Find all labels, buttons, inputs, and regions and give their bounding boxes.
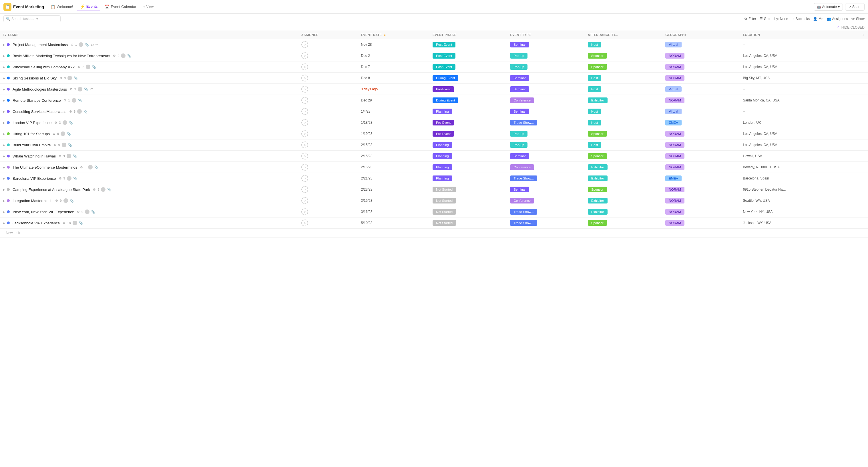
- task-name-text[interactable]: Consulting Services Masterclass: [12, 110, 66, 114]
- row-expand-icon[interactable]: ▶: [3, 99, 5, 102]
- phase-cell[interactable]: During Event: [430, 95, 507, 106]
- type-cell[interactable]: Conference: [507, 162, 585, 173]
- task-name-text[interactable]: 'New York, New York' VIP Experience: [12, 210, 74, 214]
- assignee-avatar[interactable]: ○: [301, 86, 308, 93]
- geography-cell[interactable]: Virtual: [662, 39, 740, 50]
- geography-cell[interactable]: NORAM: [662, 151, 740, 162]
- assignee-avatar[interactable]: ○: [301, 142, 308, 148]
- row-expand-icon[interactable]: ▶: [3, 221, 5, 225]
- assignee-avatar[interactable]: ○: [301, 219, 308, 226]
- add-task-row[interactable]: + New task: [0, 229, 868, 238]
- subtasks-button[interactable]: ⊞ Subtasks: [792, 17, 810, 21]
- row-expand-icon[interactable]: ▶: [3, 155, 5, 158]
- task-name-text[interactable]: Project Management Masterclass: [12, 42, 68, 47]
- task-name-text[interactable]: Build Your Own Empire: [12, 143, 51, 147]
- geography-cell[interactable]: Virtual: [662, 84, 740, 95]
- task-name-text[interactable]: Hiring 101 for Startups: [12, 132, 50, 136]
- attendance-cell[interactable]: Exhibitor: [585, 206, 662, 217]
- attendance-cell[interactable]: Host: [585, 139, 662, 151]
- geography-cell[interactable]: NORAM: [662, 195, 740, 206]
- geography-cell[interactable]: NORAM: [662, 206, 740, 217]
- type-cell[interactable]: Trade Show...: [507, 217, 585, 229]
- group-by-button[interactable]: ☰ Group by: None: [760, 17, 788, 21]
- attendance-cell[interactable]: Exhibitor: [585, 95, 662, 106]
- type-cell[interactable]: Seminar: [507, 106, 585, 117]
- phase-cell[interactable]: Planning: [430, 139, 507, 151]
- assignee-avatar[interactable]: ○: [301, 175, 308, 182]
- geography-cell[interactable]: NORAM: [662, 162, 740, 173]
- task-name-text[interactable]: Wholesale Selling with Company XYZ: [12, 65, 75, 69]
- tab-event-calendar[interactable]: 📅 Event Calendar: [101, 3, 139, 11]
- automate-button[interactable]: 🤖 Automate ▾: [814, 3, 843, 10]
- task-name-text[interactable]: Basic Affiliate Marketing Techniques for…: [12, 54, 110, 58]
- tab-events[interactable]: ⚡ Events: [77, 3, 101, 11]
- phase-cell[interactable]: Pre-Event: [430, 117, 507, 128]
- phase-cell[interactable]: Planning: [430, 106, 507, 117]
- geography-cell[interactable]: NORAM: [662, 61, 740, 72]
- col-add[interactable]: +: [860, 31, 868, 39]
- attendance-cell[interactable]: Host: [585, 84, 662, 95]
- assignee-avatar[interactable]: ○: [301, 41, 308, 48]
- tab-welcome[interactable]: 📋 Welcome!: [48, 3, 76, 11]
- task-name-text[interactable]: Skiing Sessions at Big Sky: [12, 76, 57, 80]
- attendance-cell[interactable]: Sponsor: [585, 61, 662, 72]
- row-expand-icon[interactable]: ▶: [3, 121, 5, 124]
- type-cell[interactable]: Trade Show...: [507, 173, 585, 184]
- row-expand-icon[interactable]: ▶: [3, 76, 5, 80]
- row-expand-icon[interactable]: ▶: [3, 177, 5, 180]
- type-cell[interactable]: Pop-up: [507, 128, 585, 139]
- task-name-text[interactable]: Camping Experience at Assateague State P…: [12, 187, 90, 192]
- phase-cell[interactable]: Planning: [430, 173, 507, 184]
- attendance-cell[interactable]: Exhibitor: [585, 195, 662, 206]
- task-name-text[interactable]: London VIP Experience: [12, 121, 52, 125]
- show-button[interactable]: 👁 Show: [851, 17, 865, 21]
- assignee-avatar[interactable]: ○: [301, 153, 308, 159]
- type-cell[interactable]: Conference: [507, 95, 585, 106]
- row-expand-icon[interactable]: ▶: [3, 210, 5, 214]
- geography-cell[interactable]: NORAM: [662, 217, 740, 229]
- row-expand-icon[interactable]: ▶: [3, 88, 5, 91]
- add-view-button[interactable]: + View: [141, 3, 156, 10]
- type-cell[interactable]: Pop-up: [507, 139, 585, 151]
- task-name-text[interactable]: Integration Masterminds: [12, 199, 52, 203]
- type-cell[interactable]: Pop-up: [507, 50, 585, 61]
- type-cell[interactable]: Trade Show...: [507, 206, 585, 217]
- type-cell[interactable]: Pop-up: [507, 61, 585, 72]
- task-name-text[interactable]: The Ultimate eCommerce Masterminds: [12, 165, 77, 169]
- phase-cell[interactable]: Pre-Event: [430, 128, 507, 139]
- add-task-cell[interactable]: + New task: [0, 229, 868, 238]
- geography-cell[interactable]: EMEA: [662, 173, 740, 184]
- phase-cell[interactable]: Not Started: [430, 184, 507, 195]
- attendance-cell[interactable]: Sponsor: [585, 151, 662, 162]
- geography-cell[interactable]: NORAM: [662, 50, 740, 61]
- phase-cell[interactable]: Not Started: [430, 195, 507, 206]
- assignee-avatar[interactable]: ○: [301, 119, 308, 126]
- attendance-cell[interactable]: Host: [585, 106, 662, 117]
- row-expand-icon[interactable]: ▶: [3, 166, 5, 169]
- attendance-cell[interactable]: Exhibitor: [585, 173, 662, 184]
- task-name-text[interactable]: Jacksonhole VIP Experience: [12, 221, 60, 225]
- row-expand-icon[interactable]: ▶: [3, 110, 5, 113]
- row-expand-icon[interactable]: ▶: [3, 43, 5, 46]
- phase-cell[interactable]: Planning: [430, 162, 507, 173]
- phase-cell[interactable]: Pre-Event: [430, 84, 507, 95]
- sort-indicator[interactable]: ●: [384, 33, 386, 37]
- assignee-avatar[interactable]: ○: [301, 108, 308, 115]
- row-expand-icon[interactable]: ▶: [3, 132, 5, 135]
- assignee-avatar[interactable]: ○: [301, 130, 308, 137]
- geography-cell[interactable]: Virtual: [662, 106, 740, 117]
- geography-cell[interactable]: NORAM: [662, 128, 740, 139]
- type-cell[interactable]: Trade Show...: [507, 117, 585, 128]
- assignee-avatar[interactable]: ○: [301, 74, 308, 82]
- phase-cell[interactable]: During Event: [430, 72, 507, 84]
- row-expand-icon[interactable]: ▶: [3, 188, 5, 191]
- phase-cell[interactable]: Not Started: [430, 206, 507, 217]
- assignee-avatar[interactable]: ○: [301, 186, 308, 193]
- attendance-cell[interactable]: Sponsor: [585, 184, 662, 195]
- type-cell[interactable]: Conference: [507, 195, 585, 206]
- row-expand-icon[interactable]: ▶: [3, 65, 5, 69]
- attendance-cell[interactable]: Sponsor: [585, 217, 662, 229]
- assignee-avatar[interactable]: ○: [301, 208, 308, 215]
- hide-closed-button[interactable]: ✓ HIDE CLOSED: [837, 25, 865, 29]
- share-button[interactable]: ↗ Share: [845, 3, 865, 10]
